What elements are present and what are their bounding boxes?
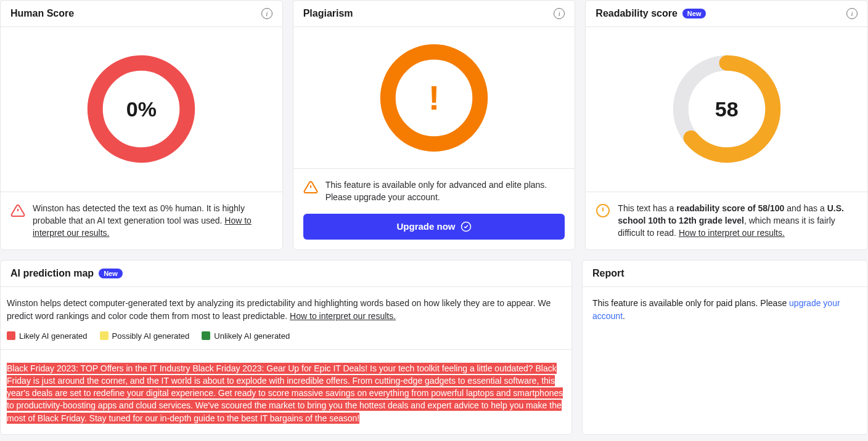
readability-footer-text: This text has a readability score of 58/…: [618, 202, 858, 240]
readability-value: 58: [672, 54, 782, 164]
highlighted-text: Black Friday 2023: TOP Offers in the IT …: [7, 362, 565, 424]
human-score-card: Human Score i 0% Winston has detected th…: [0, 0, 283, 250]
legend-item-unlikely: Unlikely AI generated: [202, 331, 290, 341]
card-header: Human Score i: [1, 1, 282, 27]
readability-card: Readability score New i 58 This text has…: [585, 0, 868, 250]
readability-title: Readability score New: [596, 8, 706, 19]
plagiarism-footer-text: This feature is available only for advan…: [326, 179, 565, 204]
swatch-icon: [7, 331, 15, 340]
plagiarism-card: Plagiarism i ! This feature is available…: [293, 0, 576, 250]
new-badge: New: [682, 9, 706, 18]
alert-circle-icon: [596, 203, 610, 218]
interpret-results-link[interactable]: How to interpret our results.: [679, 228, 785, 238]
info-icon[interactable]: i: [554, 8, 565, 19]
card-header: Plagiarism i: [293, 1, 575, 27]
human-score-value: 0%: [86, 54, 196, 164]
human-score-title: Human Score: [10, 8, 74, 19]
alert-triangle-icon: [10, 203, 25, 218]
human-score-footer: Winston has detected the text as 0% huma…: [1, 192, 282, 249]
prediction-legend: Likely AI generated Possibly AI generate…: [1, 329, 571, 350]
swatch-icon: [100, 331, 108, 340]
plagiarism-chart: !: [293, 27, 575, 169]
legend-item-likely: Likely AI generated: [7, 331, 88, 341]
alert-triangle-icon: [303, 180, 318, 195]
human-score-footer-text: Winston has detected the text as 0% huma…: [33, 202, 272, 240]
card-header: Report: [583, 261, 867, 287]
report-body: This feature is available only for paid …: [583, 287, 867, 333]
report-card: Report This feature is available only fo…: [582, 260, 868, 435]
card-header: Readability score New i: [586, 1, 867, 27]
card-header: AI prediction map New: [1, 261, 571, 287]
readability-footer: This text has a readability score of 58/…: [586, 192, 867, 249]
legend-item-possibly: Possibly AI generated: [100, 331, 190, 341]
readability-chart: 58: [586, 27, 867, 192]
new-badge: New: [99, 269, 123, 278]
swatch-icon: [202, 331, 210, 340]
report-title: Report: [592, 268, 624, 279]
plagiarism-footer: This feature is available only for advan…: [293, 169, 575, 214]
info-icon[interactable]: i: [846, 8, 858, 19]
prediction-map-description: Winston helps detect computer-generated …: [1, 287, 571, 329]
exclamation-icon: !: [379, 43, 489, 153]
plagiarism-title: Plagiarism: [303, 8, 353, 19]
ai-prediction-map-card: AI prediction map New Winston helps dete…: [0, 260, 572, 435]
human-score-chart: 0%: [1, 27, 282, 192]
upgrade-now-button[interactable]: Upgrade now: [303, 214, 565, 240]
prediction-map-title: AI prediction map: [10, 268, 94, 279]
check-circle-icon: [461, 221, 472, 232]
interpret-results-link[interactable]: How to interpret our results.: [290, 311, 396, 321]
info-icon[interactable]: i: [261, 8, 272, 19]
